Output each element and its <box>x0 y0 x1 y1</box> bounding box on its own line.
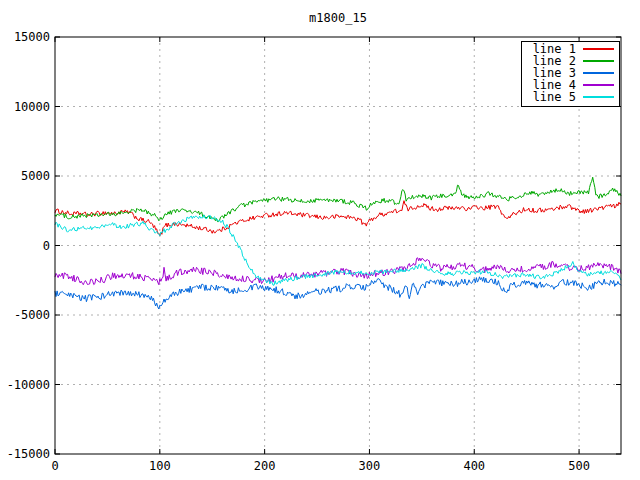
y-axis-tick-label: 10000 <box>2 101 50 114</box>
x-axis-tick-label: 400 <box>450 460 498 473</box>
legend: line 1line 2line 3line 4line 5 <box>521 41 620 107</box>
y-axis-tick-label: -5000 <box>2 309 50 322</box>
x-axis-tick-label: 300 <box>345 460 393 473</box>
legend-swatch <box>583 60 614 62</box>
series-line-1 <box>55 201 621 236</box>
x-axis-tick-label: 200 <box>241 460 289 473</box>
series-line-3 <box>55 277 621 309</box>
legend-entry: line 5 <box>522 91 619 103</box>
x-axis-tick-label: 500 <box>555 460 603 473</box>
y-axis-tick-label: 15000 <box>2 31 50 44</box>
y-axis-tick-label: 5000 <box>2 170 50 183</box>
legend-label: line 5 <box>533 91 576 103</box>
legend-swatch <box>583 84 614 86</box>
y-axis-tick-label: -10000 <box>2 379 50 392</box>
legend-swatch <box>583 72 614 74</box>
x-axis-tick-label: 0 <box>31 460 79 473</box>
legend-swatch <box>583 48 614 50</box>
x-axis-tick-label: 100 <box>136 460 184 473</box>
y-axis-tick-label: 0 <box>2 240 50 253</box>
chart-window: m1800_15 -15000-10000-500005000100001500… <box>0 0 640 480</box>
legend-swatch <box>583 96 614 98</box>
